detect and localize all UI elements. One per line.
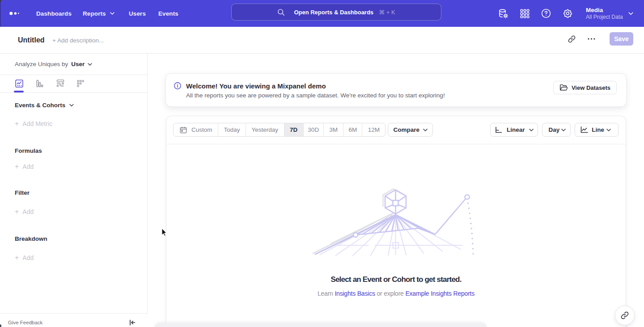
example-reports-link[interactable]: Example Insights Reports: [405, 290, 475, 297]
chevron-down-icon: [606, 129, 611, 131]
formulas-header: Formulas: [15, 147, 42, 154]
breakdown-header: Breakdown: [15, 235, 47, 242]
date-today[interactable]: Today: [218, 123, 246, 136]
query-sidebar: Analyze Uniques by User: [0, 54, 148, 327]
navbar-right: Media All Project Data: [492, 0, 644, 27]
mouse-cursor: [161, 228, 167, 236]
top-navbar: Dashboards Reports Users Events Open Rep…: [0, 0, 644, 27]
window-edge-artifact: [0, 0, 1, 27]
date-custom[interactable]: Custom: [174, 123, 218, 136]
empty-state-illustration: [309, 184, 483, 258]
tab-bar[interactable]: [31, 75, 48, 92]
banner-subtitle: All the reports you see are powered by a…: [186, 92, 445, 99]
analyze-label: Analyze Uniques by: [15, 61, 68, 67]
scale-button[interactable]: Linear: [490, 123, 538, 137]
plus-icon: +: [15, 254, 19, 262]
data-management-icon[interactable]: [492, 4, 514, 22]
date-yesterday[interactable]: Yesterday: [246, 123, 284, 136]
events-cohorts-header[interactable]: Events & Cohorts: [15, 102, 74, 109]
chevron-down-icon: [529, 129, 534, 131]
nav-dashboards[interactable]: Dashboards: [36, 10, 72, 17]
calendar-icon: [180, 126, 187, 134]
search-shortcut: ⌘ + K: [379, 9, 395, 16]
chart-display-controls: Linear Day Line: [490, 123, 619, 137]
tab-insights[interactable]: [11, 75, 28, 92]
global-search[interactable]: Open Reports & Dashboards ⌘ + K: [231, 4, 441, 21]
report-description-placeholder[interactable]: + Add description...: [52, 37, 104, 43]
project-chevron-icon[interactable]: [628, 12, 633, 15]
add-filter-button[interactable]: + Add: [15, 208, 34, 216]
folder-open-icon: [559, 84, 568, 91]
add-metric-button[interactable]: + Add Metric: [15, 120, 52, 128]
analyze-uniques-row: Analyze Uniques by User: [15, 54, 92, 75]
project-selector[interactable]: Media All Project Data: [586, 6, 623, 21]
nav-reports[interactable]: Reports: [83, 10, 114, 17]
chevron-down-icon: [110, 12, 114, 15]
report-actions: Save: [562, 25, 644, 52]
plus-icon: +: [15, 163, 19, 171]
project-scope: All Project Data: [586, 14, 623, 21]
date-12m[interactable]: 12M: [362, 123, 385, 136]
date-7d[interactable]: 7D: [284, 123, 304, 136]
copy-link-icon[interactable]: [562, 31, 581, 47]
interval-button[interactable]: Day: [542, 123, 571, 137]
mixpanel-logo[interactable]: [9, 10, 21, 17]
chart-type-button[interactable]: Line: [575, 123, 619, 137]
chevron-down-icon: [69, 104, 74, 106]
nav-users[interactable]: Users: [129, 10, 146, 17]
controls-divider: [166, 144, 626, 144]
date-6m[interactable]: 6M: [343, 123, 362, 136]
chevron-down-icon: [561, 129, 566, 131]
compare-button[interactable]: Compare: [388, 123, 433, 137]
nav-events[interactable]: Events: [158, 10, 178, 17]
axis-icon: [495, 126, 502, 133]
collapse-sidebar-icon[interactable]: [129, 319, 136, 326]
window-corner-artifact: [0, 0, 1, 2]
filter-header: Filter: [15, 189, 30, 196]
report-title[interactable]: Untitled: [18, 36, 45, 44]
chart-controls: Custom Today Yesterday 7D 30D 3M 6M 12M …: [173, 123, 433, 137]
corner-artifact: [0, 324, 1, 327]
sidebar-footer: Give Feedback: [0, 313, 148, 327]
add-breakdown-button[interactable]: + Add: [15, 254, 34, 262]
save-button[interactable]: Save: [610, 32, 633, 46]
search-icon: [277, 8, 285, 16]
banner-title: Welcome! You are viewing a Mixpanel demo: [186, 82, 326, 90]
project-name: Media: [586, 6, 623, 14]
info-icon: [174, 82, 181, 89]
add-formula-button[interactable]: + Add: [15, 163, 34, 171]
settings-gear-icon[interactable]: [557, 4, 578, 22]
more-options-icon[interactable]: [581, 31, 601, 47]
link-icon: [621, 311, 629, 319]
date-range-group: Custom Today Yesterday 7D 30D 3M 6M 12M: [173, 123, 386, 137]
date-30d[interactable]: 30D: [304, 123, 324, 136]
search-placeholder: Open Reports & Dashboards: [294, 9, 373, 16]
give-feedback-link[interactable]: Give Feedback: [8, 320, 42, 325]
line-chart-icon: [580, 126, 588, 133]
tab-flows[interactable]: [52, 75, 69, 92]
chart-type-tabs: [0, 75, 148, 92]
sidebar-divider: [0, 92, 148, 93]
date-3m[interactable]: 3M: [324, 123, 344, 136]
apps-grid-icon[interactable]: [514, 4, 535, 22]
plus-icon: +: [15, 120, 19, 128]
chevron-down-icon: [423, 129, 428, 131]
insights-basics-link[interactable]: Insights Basics: [335, 290, 375, 297]
report-header: Untitled + Add description... Save: [0, 27, 644, 54]
floating-share-button[interactable]: [615, 306, 635, 325]
empty-state-subtitle: Learn Insights Basics or explore Example…: [166, 290, 626, 297]
chevron-down-icon: [88, 63, 92, 66]
analyze-value-dropdown[interactable]: User: [71, 61, 85, 67]
plus-icon: +: [15, 208, 19, 216]
empty-state-title: Select an Event or Cohort to get started…: [166, 275, 626, 284]
view-datasets-button[interactable]: View Datasets: [553, 81, 617, 94]
selected-tab-underline: [14, 91, 24, 92]
bottom-drawer-peek[interactable]: [154, 323, 487, 327]
help-icon[interactable]: [535, 4, 557, 22]
tab-retention[interactable]: [72, 75, 89, 92]
